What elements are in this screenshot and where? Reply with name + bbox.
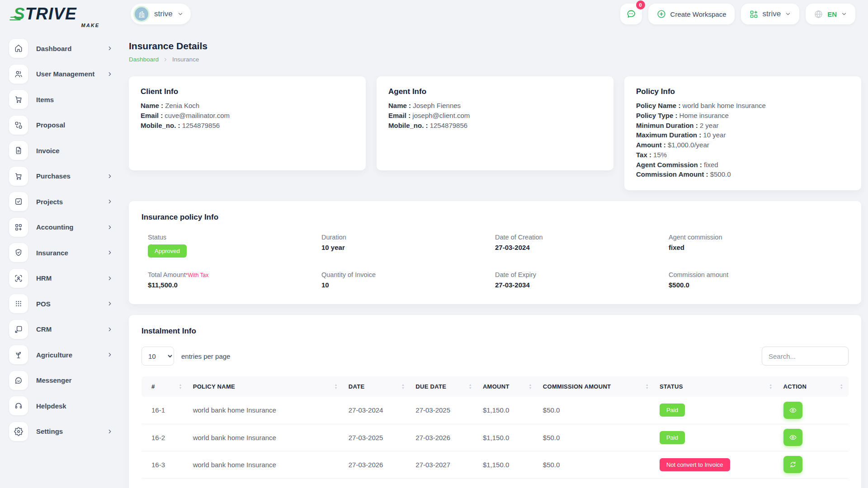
client-info-title: Client Info: [141, 87, 354, 96]
sidebar: Dashboard User Management Items Proposal…: [0, 33, 121, 488]
instalment-policy-name: world bank home Insurance: [188, 451, 343, 478]
convert-to-invoice-button[interactable]: [783, 456, 802, 473]
app-logo: STRIVE MAKE: [14, 5, 99, 28]
sort-icon: ▲▼: [764, 384, 772, 390]
sidebar-item-pos[interactable]: POS: [9, 294, 113, 313]
create-workspace-button[interactable]: Create Workspace: [648, 4, 735, 24]
sort-icon: ▲▼: [396, 384, 405, 390]
chevron-right-icon: [107, 275, 113, 282]
chevron-down-icon: [177, 11, 184, 17]
entries-per-page-select[interactable]: 10: [142, 347, 174, 366]
column-header-commission-amount[interactable]: COMMISSION AMOUNT▲▼: [538, 376, 654, 397]
summary-agent-commission: Agent commission fixed: [669, 234, 842, 258]
column-header-policy-name[interactable]: POLICY NAME▲▼: [188, 376, 343, 397]
refresh-icon: [789, 460, 797, 469]
insurance-policy-info-panel: Insurance policy Info Status Approved Du…: [129, 201, 861, 304]
agent-info-title: Agent Info: [388, 87, 602, 96]
sidebar-item-settings[interactable]: Settings: [9, 422, 113, 441]
breadcrumb-current: Insurance: [172, 56, 199, 63]
instalment-due-date: 27-03-2027: [410, 451, 477, 478]
user-scan-icon: [9, 269, 28, 288]
column-header-index[interactable]: #▲▼: [142, 376, 188, 397]
with-tax-note: *With Tax: [186, 272, 208, 278]
summary-total-amount: Total Amount*With Tax $11,500.0: [148, 271, 321, 289]
client-mobile: Mobile_no. :1254879856: [141, 121, 354, 131]
table-header-row: #▲▼ POLICY NAME▲▼ DATE▲▼ DUE DATE▲▼ AMOU…: [142, 376, 849, 397]
workspace-switcher[interactable]: strive: [741, 4, 800, 24]
chevron-right-icon: [107, 224, 113, 230]
chevron-right-icon: [107, 326, 113, 333]
sidebar-item-user-management[interactable]: User Management: [9, 65, 113, 84]
agent-mobile: Mobile_no. :1254879856: [388, 121, 602, 131]
sidebar-item-proposal[interactable]: Proposal: [9, 116, 113, 135]
plus-circle-icon: [656, 9, 666, 19]
summary-date-of-expiry: Date of Expiry 27-03-2034: [495, 271, 669, 289]
column-header-status[interactable]: STATUS▲▼: [654, 376, 778, 397]
logo-subtext: MAKE: [14, 23, 99, 28]
language-selector[interactable]: EN: [806, 4, 855, 24]
client-email: Email :cuve@mailinator.com: [141, 111, 354, 121]
view-invoice-button[interactable]: [783, 402, 802, 419]
sort-icon: ▲▼: [173, 384, 182, 390]
box-arrow-icon: [9, 320, 28, 339]
sort-icon: ▲▼: [524, 384, 532, 390]
table-row: 16-1 world bank home Insurance 27-03-202…: [142, 397, 849, 424]
agent-name: Name :Joseph Fiennes: [388, 101, 602, 111]
agent-email: Email :joseph@client.com: [388, 111, 602, 121]
globe-icon: [814, 9, 823, 19]
cart-icon: [9, 90, 28, 109]
sidebar-item-invoice[interactable]: Invoice: [9, 141, 113, 160]
messages-button[interactable]: 0: [620, 4, 642, 24]
chevron-right-icon: [107, 428, 113, 435]
search-input[interactable]: [762, 347, 849, 366]
sidebar-item-accounting[interactable]: Accounting: [9, 218, 113, 237]
sidebar-item-insurance[interactable]: Insurance: [9, 243, 113, 262]
file-icon: [9, 141, 28, 160]
building-icon: [137, 10, 146, 19]
summary-duration: Duration 10 year: [321, 234, 495, 258]
sidebar-item-items[interactable]: Items: [9, 90, 113, 109]
chat-bubble-icon: [626, 9, 637, 19]
chevron-right-icon: [163, 57, 168, 62]
chevron-right-icon: [107, 173, 113, 179]
client-name: Name :Zenia Koch: [141, 101, 354, 111]
sort-icon: ▲▼: [463, 384, 472, 390]
policy-tax: Tax :15%: [636, 150, 849, 160]
message-circle-icon: [9, 371, 28, 390]
instalment-id: 16-1: [142, 397, 188, 424]
policy-min-duration: Minimun Duration :2 year: [636, 121, 849, 131]
instalment-policy-name: world bank home Insurance: [188, 397, 343, 424]
workspace-name: strive: [154, 9, 173, 19]
sidebar-item-crm[interactable]: CRM: [9, 320, 113, 339]
sidebar-item-dashboard[interactable]: Dashboard: [9, 39, 113, 58]
sidebar-item-purchases[interactable]: Purchases: [9, 167, 113, 186]
sidebar-item-hrm[interactable]: HRM: [9, 269, 113, 288]
sort-icon: ▲▼: [640, 384, 649, 390]
table-row: 16-2 world bank home Insurance 27-03-202…: [142, 424, 849, 451]
view-invoice-button[interactable]: [783, 429, 802, 446]
instalment-amount: $1,150.0: [477, 424, 538, 451]
logo-text: TRIVE: [25, 5, 77, 22]
summary-date-of-creation: Date of Creation 27-03-2024: [495, 234, 669, 258]
topbar: STRIVE MAKE strive 0 Create Workspace: [0, 0, 868, 29]
column-header-amount[interactable]: AMOUNT▲▼: [477, 376, 538, 397]
headset-icon: [9, 396, 28, 415]
instalment-info-title: Instalment Info: [142, 327, 849, 336]
instalment-info-panel: Instalment Info 10 entries per page #▲▼ …: [129, 315, 861, 488]
instalment-commission: $50.0: [538, 397, 654, 424]
policy-name: Policy Name :world bank home Insurance: [636, 101, 849, 111]
workspace-selector[interactable]: strive: [131, 4, 191, 24]
dots-grid-icon: [9, 294, 28, 313]
language-code: EN: [827, 10, 837, 18]
sidebar-item-agriculture[interactable]: Agriculture: [9, 345, 113, 364]
sidebar-item-projects[interactable]: Projects: [9, 192, 113, 211]
swap-squares-icon: [9, 116, 28, 135]
column-header-due-date[interactable]: DUE DATE▲▼: [410, 376, 477, 397]
column-header-date[interactable]: DATE▲▼: [343, 376, 410, 397]
sidebar-item-helpdesk[interactable]: Helpdesk: [9, 396, 113, 415]
column-header-action[interactable]: ACTION▲▼: [778, 376, 849, 397]
sidebar-item-messenger[interactable]: Messenger: [9, 371, 113, 390]
policy-amount: Amount :$1,000.0/year: [636, 140, 849, 150]
sort-icon: ▲▼: [835, 384, 843, 390]
breadcrumb-dashboard-link[interactable]: Dashboard: [129, 56, 159, 63]
